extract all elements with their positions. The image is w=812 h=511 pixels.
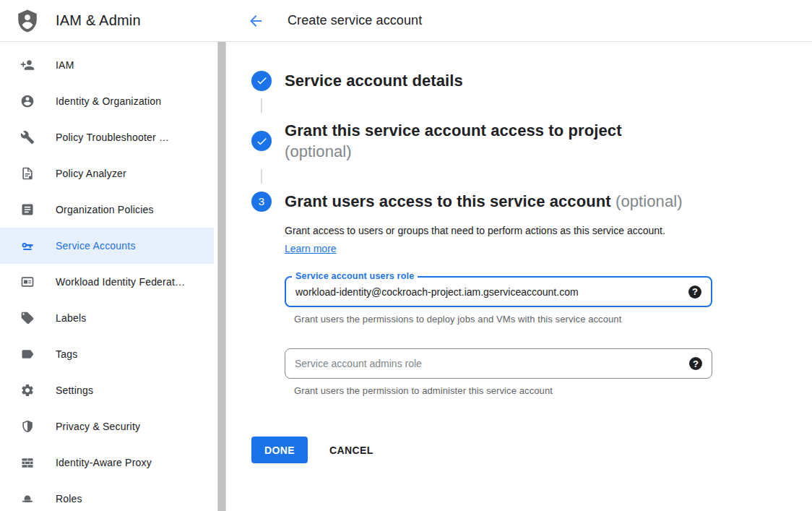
step-3-number-badge: 3	[251, 192, 272, 212]
sidebar-item-labels[interactable]: Labels	[0, 300, 214, 336]
sidebar-item-label: Policy Analyzer	[56, 168, 126, 179]
page-title: Create service account	[288, 13, 422, 28]
back-button[interactable]	[246, 12, 265, 30]
sidebar-item-label: Tags	[56, 348, 77, 360]
main-panel: Create service account Service account d…	[228, 0, 812, 511]
done-button[interactable]: DONE	[251, 437, 308, 463]
sidebar-item-roles[interactable]: Roles	[0, 481, 214, 511]
step-connector	[261, 169, 262, 184]
sidebar-item-label: Privacy & Security	[56, 421, 140, 432]
wrench-icon	[20, 130, 35, 145]
sidebar-item-label: Identity-Aware Proxy	[56, 457, 152, 468]
person-add-icon	[20, 58, 35, 72]
sidebar-item-identity-organization[interactable]: Identity & Organization	[0, 83, 214, 119]
admins-role-input[interactable]	[285, 349, 668, 378]
sidebar-scrollbar[interactable]	[217, 42, 226, 511]
sidebar-item-service-accounts[interactable]: Service Accounts	[0, 228, 214, 264]
admins-role-helper-text: Grant users the permission to administer…	[294, 385, 812, 396]
sidebar: IAM & Admin IAM Identity & Organization	[0, 0, 228, 511]
step-3-body: Grant access to users or groups that nee…	[285, 222, 812, 396]
step-2-complete-icon	[251, 131, 272, 151]
sidebar-header: IAM & Admin	[0, 0, 228, 42]
sidebar-item-label: Settings	[56, 385, 93, 396]
step-2: Grant this service account access to pro…	[251, 120, 812, 162]
step-1-complete-icon	[251, 71, 272, 91]
step-2-title-text: Grant this service account access to pro…	[285, 121, 622, 139]
users-role-field: Service account users role ?	[285, 276, 712, 307]
sidebar-item-label: Roles	[56, 493, 82, 504]
sidebar-item-privacy-security[interactable]: Privacy & Security	[0, 408, 214, 445]
sidebar-item-iam[interactable]: IAM	[0, 47, 214, 83]
cancel-button[interactable]: CANCEL	[329, 445, 373, 456]
service-account-key-icon	[20, 239, 35, 253]
step-3-optional-label: (optional)	[616, 192, 683, 210]
policy-analyzer-doc-icon	[20, 166, 35, 181]
sidebar-item-label: Identity & Organization	[56, 95, 161, 107]
users-role-label: Service account users role	[292, 271, 418, 281]
wizard-content: Service account details Grant this servi…	[228, 42, 812, 463]
sidebar-item-label: Organization Policies	[56, 204, 154, 215]
sidebar-item-workload-identity-federation[interactable]: Workload Identity Federat…	[0, 264, 214, 300]
step-1: Service account details	[251, 70, 812, 91]
gear-icon	[20, 383, 35, 398]
step-1-title: Service account details	[285, 70, 463, 91]
sidebar-nav: IAM Identity & Organization Policy Troub…	[0, 42, 214, 511]
step-3-title-text: Grant users access to this service accou…	[285, 192, 611, 210]
step-2-optional-label: (optional)	[285, 142, 352, 160]
page-header: Create service account	[228, 0, 812, 42]
wizard-actions: DONE CANCEL	[251, 437, 812, 463]
learn-more-link[interactable]: Learn more	[285, 243, 337, 254]
iam-shield-icon	[15, 9, 40, 33]
step-3-description: Grant access to users or groups that nee…	[285, 222, 683, 258]
help-icon[interactable]: ?	[688, 285, 701, 299]
arrow-back-icon	[247, 12, 264, 30]
step-3-title: Grant users access to this service accou…	[285, 191, 683, 212]
tag-arrow-icon	[20, 347, 35, 361]
account-circle-icon	[20, 94, 35, 108]
sidebar-item-policy-analyzer[interactable]: Policy Analyzer	[0, 155, 214, 192]
gcp-console: IAM & Admin IAM Identity & Organization	[0, 0, 812, 511]
sidebar-item-tags[interactable]: Tags	[0, 336, 214, 372]
description-text: Grant access to users or groups that nee…	[285, 225, 665, 236]
sidebar-item-identity-aware-proxy[interactable]: Identity-Aware Proxy	[0, 445, 214, 481]
sidebar-item-label: IAM	[56, 59, 74, 71]
sidebar-item-policy-troubleshooter[interactable]: Policy Troubleshooter …	[0, 119, 214, 155]
sidebar-item-organization-policies[interactable]: Organization Policies	[0, 192, 214, 228]
users-role-helper-text: Grant users the permissions to deploy jo…	[294, 314, 812, 325]
sidebar-item-label: Labels	[56, 312, 86, 324]
roles-hat-icon	[20, 491, 35, 506]
sidebar-item-settings[interactable]: Settings	[0, 372, 214, 408]
document-lines-icon	[20, 202, 35, 217]
help-icon[interactable]: ?	[689, 357, 702, 370]
proxy-wall-icon	[20, 455, 35, 470]
sidebar-item-label: Policy Troubleshooter …	[56, 132, 169, 143]
users-role-input[interactable]	[286, 278, 668, 306]
product-title: IAM & Admin	[56, 12, 141, 29]
id-card-icon	[20, 275, 35, 289]
sidebar-item-label: Workload Identity Federat…	[56, 276, 185, 288]
step-3: 3 Grant users access to this service acc…	[251, 191, 812, 212]
label-tag-icon	[20, 311, 35, 325]
step-2-title: Grant this service account access to pro…	[285, 120, 622, 162]
step-connector	[261, 98, 262, 113]
admins-role-field: ?	[285, 348, 712, 379]
shield-half-icon	[20, 419, 35, 434]
sidebar-item-label: Service Accounts	[56, 240, 136, 252]
